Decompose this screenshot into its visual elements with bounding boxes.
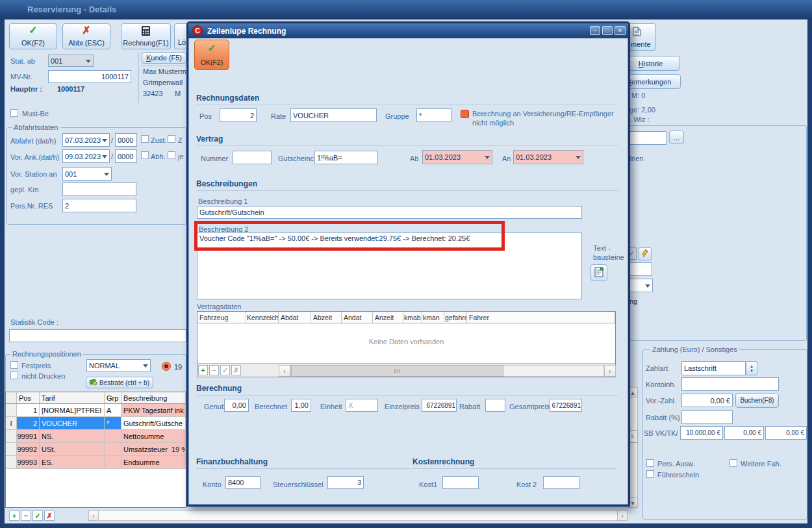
berechnet-field[interactable] (291, 399, 311, 412)
col-andat[interactable]: Andat (342, 312, 373, 323)
nicht-drucken-checkbox[interactable] (10, 371, 18, 379)
steuerschluessel-field[interactable] (327, 476, 364, 489)
main-hscrollbar-track[interactable] (88, 510, 628, 521)
cell-grp (105, 430, 121, 442)
kost2-field[interactable] (543, 476, 579, 489)
browse-dots-button[interactable]: ... (669, 131, 684, 144)
fuehrerschein-checkbox[interactable] (646, 470, 654, 478)
kost1-field[interactable] (442, 476, 479, 489)
vd-confirm-button[interactable]: ✓ (220, 365, 230, 375)
table-row[interactable]: 1 [NORMAL]PTFREI A PKW Tagestarif ink (6, 404, 186, 417)
vd-scroll-right-button[interactable]: › (604, 365, 616, 377)
z-checkbox[interactable] (168, 135, 175, 143)
abh-checkbox[interactable] (141, 151, 149, 159)
table-row[interactable]: 99992 USt. Umsatzsteuer 19 % (6, 443, 186, 456)
rabatt-field[interactable] (485, 399, 505, 412)
zust-checkbox[interactable] (141, 135, 149, 143)
col-kennzeichen[interactable]: Kennzeichen (246, 312, 279, 323)
vd-add-button[interactable]: + (198, 365, 208, 375)
col-pos[interactable]: Pos (17, 392, 40, 403)
gepl-km-field[interactable] (62, 182, 136, 196)
col-grp[interactable]: Grp (105, 392, 121, 403)
col-anzeit[interactable]: Anzeit (373, 312, 403, 323)
invoice-button[interactable]: Rechnung(F1) (121, 23, 171, 49)
table-row[interactable]: 99991 NS. Nettosumme (6, 430, 186, 443)
vd-cancel-button[interactable]: ✗ (231, 365, 241, 375)
cancel-row-button[interactable]: ✗ (44, 510, 55, 521)
col-abdat[interactable]: Abdat (279, 312, 311, 323)
vor-ank-date-picker[interactable]: 09.03.2023 (62, 149, 110, 163)
edit-pencil-button[interactable] (639, 247, 652, 260)
col-abzeit[interactable]: Abzeit (311, 312, 342, 323)
col-kman[interactable]: kman (422, 312, 444, 323)
abfahrt-time-field[interactable] (115, 133, 137, 147)
weitere-fah-checkbox[interactable] (730, 459, 737, 467)
an-date-picker[interactable]: 01.03.2023 (513, 150, 583, 164)
table-row-selected[interactable]: I 2 VOUCHER * Gutschrift/Gutsche (6, 417, 186, 430)
cancel-button[interactable]: ✗ Abbr.(ESC) (62, 23, 110, 49)
gruppe-field[interactable] (416, 108, 451, 122)
tax-radio[interactable] (162, 362, 171, 371)
ab-date-picker[interactable]: 01.03.2023 (422, 150, 492, 164)
close-button[interactable]: × (615, 26, 626, 35)
zust-label: Zust. (151, 136, 166, 144)
zahlart-spinner[interactable]: ▴ ▾ (746, 361, 757, 375)
kunde-button[interactable]: Kunde (F5) (142, 52, 186, 64)
tarif-select[interactable]: NORMAL (86, 359, 151, 372)
col-kmab[interactable]: kmab (403, 312, 422, 323)
ok-button[interactable]: ✓ OK(F2) (9, 23, 57, 49)
statistik-code-field[interactable] (9, 329, 186, 342)
add-row-button[interactable]: + (9, 510, 19, 521)
abfahrt-date-picker[interactable]: 07.03.2023 (62, 133, 110, 147)
buchen-button[interactable]: Buchen(F8) (735, 393, 779, 408)
je-checkbox[interactable] (168, 151, 175, 159)
kontoinh-field[interactable] (681, 377, 779, 391)
scroll-right-button[interactable]: › (617, 510, 628, 521)
konto-field[interactable] (225, 476, 260, 489)
vorzahl-field[interactable] (681, 394, 733, 407)
pers-ausw-checkbox[interactable] (646, 459, 654, 467)
stat-ab-select[interactable]: 001 (48, 55, 94, 67)
confirm-row-button[interactable]: ✓ (32, 510, 43, 521)
vd-hscroll-grip[interactable]: III (291, 365, 503, 377)
col-fahrzeug[interactable]: Fahrzeug (197, 312, 246, 323)
table-row[interactable]: 99993 ES. Endsumme (6, 456, 186, 469)
maximize-button[interactable]: □ (602, 26, 613, 35)
sb-third-field[interactable] (765, 426, 807, 440)
vor-ank-time-field[interactable] (115, 149, 137, 163)
col-tarif[interactable]: Tarif (40, 392, 105, 403)
vd-remove-button[interactable]: − (209, 365, 219, 375)
gutschein-field[interactable] (314, 151, 378, 164)
festpreis-checkbox[interactable] (10, 361, 18, 369)
sb-vk-field[interactable] (680, 426, 723, 440)
beschreibung1-field[interactable] (197, 206, 582, 219)
sb-tk-field[interactable] (724, 426, 764, 440)
zahlart-label: Zahlart (646, 364, 668, 372)
minimize-button[interactable]: – (590, 26, 600, 35)
pers-nr-field[interactable] (62, 199, 136, 212)
col-fahrer[interactable]: Fahrer (467, 312, 615, 323)
mv-nr-field[interactable] (48, 70, 131, 83)
dialog-ok-button[interactable]: ✓ OK(F2) (194, 40, 229, 70)
rate-field[interactable] (290, 108, 377, 122)
remove-row-button[interactable]: − (21, 510, 31, 521)
pers-nr-label: Pers.Nr. RES (10, 202, 53, 210)
col-gefahren[interactable]: gefahren (444, 312, 467, 323)
vd-scroll-left-button[interactable]: ‹ (279, 365, 290, 377)
must-be-checkbox[interactable] (10, 109, 18, 117)
gesamtpreis-field[interactable] (550, 399, 582, 412)
vor-station-label: Vor. Station an (10, 170, 57, 178)
einzelpreis-field[interactable] (422, 399, 457, 412)
nummer-field[interactable] (233, 151, 272, 164)
genutzt-field[interactable] (224, 399, 249, 412)
textbausteine-button[interactable] (590, 264, 607, 281)
vor-station-select[interactable]: 001 (62, 167, 112, 181)
col-beschreibung[interactable]: Beschreibung (121, 392, 186, 403)
scroll-left-button[interactable]: ‹ (88, 510, 99, 521)
main-titlebar[interactable] (0, 0, 812, 19)
zahlart-select[interactable]: Lastschrift (681, 361, 746, 375)
rabatt-prozent-field[interactable] (681, 410, 733, 424)
pos-field[interactable] (220, 108, 257, 122)
einheit-field[interactable] (346, 399, 378, 412)
bestrate-button[interactable]: Bestrate (ctrl + b) (86, 377, 153, 388)
